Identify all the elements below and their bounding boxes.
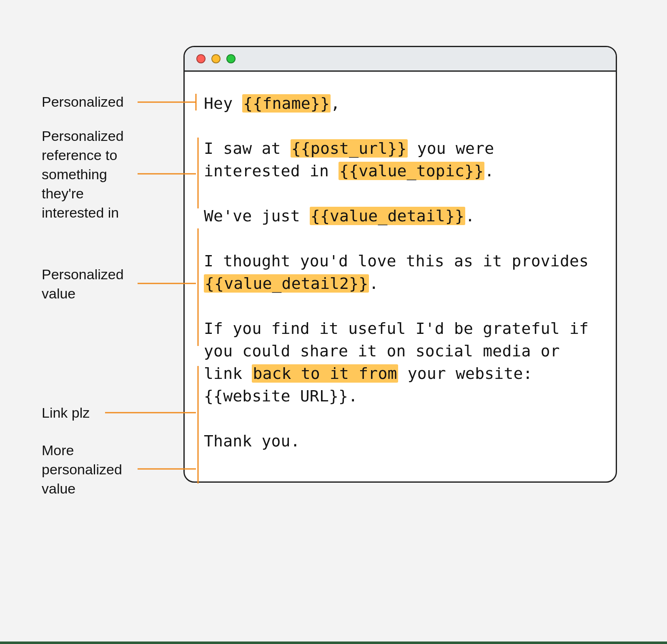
- zoom-icon[interactable]: [226, 54, 236, 63]
- email-signoff: Thank you.: [204, 430, 597, 453]
- email-window: Hey {{fname}}, I saw at {{post_url}} you…: [183, 46, 617, 483]
- email-ask: If you find it useful I'd be grateful if…: [204, 318, 597, 408]
- minimize-icon[interactable]: [211, 54, 221, 63]
- token-post-url: {{post_url}}: [291, 139, 408, 158]
- email-greeting: Hey {{fname}},: [204, 93, 597, 115]
- email-value-a: We've just {{value_detail}}.: [204, 205, 597, 228]
- token-value-detail: {{value_detail}}: [310, 207, 465, 225]
- email-body: Hey {{fname}}, I saw at {{post_url}} you…: [185, 72, 616, 481]
- token-value-detail2: {{value_detail2}}: [204, 274, 369, 293]
- email-reference: I saw at {{post_url}} you were intereste…: [204, 138, 597, 183]
- titlebar: [185, 47, 616, 72]
- annotation-personalized-ref: Personalized reference to something they…: [42, 127, 124, 222]
- annotation-more-value: More personalized value: [42, 441, 122, 499]
- highlight-link-back: back to it from: [252, 364, 398, 383]
- annotation-personalized: Personalized: [42, 93, 124, 112]
- close-icon[interactable]: [196, 54, 206, 63]
- bottom-rule: [0, 641, 667, 644]
- annotation-personalized-value: Personalized value: [42, 265, 124, 303]
- token-value-topic: {{value_topic}}: [339, 162, 484, 180]
- token-fname: {{fname}}: [242, 94, 331, 113]
- annotation-link-plz: Link plz: [42, 403, 90, 423]
- email-value-b: I thought you'd love this as it provides…: [204, 250, 597, 295]
